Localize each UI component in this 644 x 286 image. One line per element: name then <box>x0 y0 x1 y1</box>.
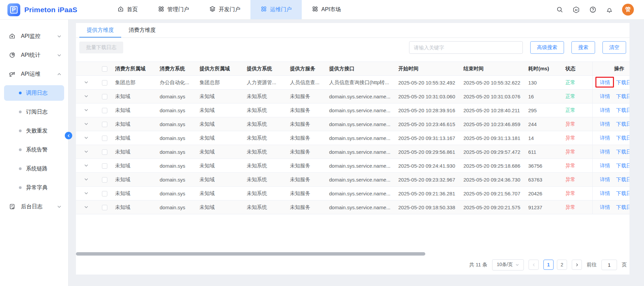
row-expand-chevron-icon[interactable] <box>84 205 88 209</box>
page-size-select[interactable]: 10条/页 <box>492 259 524 270</box>
cell-consumer-domain: 未知域 <box>113 159 158 173</box>
detail-link[interactable]: 详情 <box>600 149 610 154</box>
download-log-link[interactable]: 下载日志 <box>616 135 630 141</box>
tab-consumer-dimension[interactable]: 消费方维度 <box>121 23 163 38</box>
row-expand-chevron-icon[interactable] <box>84 80 88 85</box>
cell-provider-domain: 未知域 <box>197 90 245 103</box>
cell-provider-system: 未知系统 <box>245 200 288 214</box>
cell-consumer-system: domain.sys <box>158 131 197 145</box>
row-checkbox[interactable] <box>102 149 107 155</box>
nav-item-dev-portal[interactable]: 开发门户 <box>199 0 250 19</box>
cell-consumer-system: domain.sys <box>158 173 197 187</box>
detail-link[interactable]: 详情 <box>600 93 610 99</box>
row-expand-chevron-icon[interactable] <box>84 191 88 195</box>
row-checkbox[interactable] <box>102 191 107 196</box>
sidebar-subitem-exception-dict[interactable]: 异常字典 <box>4 180 64 195</box>
download-log-link[interactable]: 下载日志 <box>616 107 630 113</box>
sidebar-item-api-stats[interactable]: API统计 <box>0 47 68 63</box>
nav-item-label: API市场 <box>321 6 341 13</box>
sidebar-subitem-subscribe-log[interactable]: 订阅日志 <box>4 104 64 120</box>
column-header-actions: 操作 <box>592 62 629 76</box>
search-icon[interactable] <box>556 6 563 14</box>
detail-link[interactable]: 详情 <box>600 79 610 85</box>
cell-consumer-domain: 未知域 <box>113 200 158 214</box>
row-expand-chevron-icon[interactable] <box>84 163 88 168</box>
page-button[interactable]: 2 <box>557 260 567 270</box>
detail-link[interactable]: 详情 <box>600 135 610 141</box>
nav-item-api-market[interactable]: API市场 <box>302 0 351 19</box>
download-log-link[interactable]: 下载日志 <box>616 163 630 168</box>
nav-item-ops-portal[interactable]: 运维门户 <box>250 0 302 19</box>
brand-name: Primeton iPaaS <box>24 6 77 14</box>
sidebar-subitem-system-trace[interactable]: 系统链路 <box>4 161 64 176</box>
keyword-search-input[interactable] <box>409 41 523 54</box>
user-avatar[interactable]: 管 <box>622 4 634 16</box>
row-checkbox[interactable] <box>102 177 107 183</box>
row-checkbox[interactable] <box>102 80 107 86</box>
row-expand-chevron-icon[interactable] <box>84 108 88 112</box>
cell-start-time: 2025-05-20 10:28:39.916 <box>396 103 461 117</box>
row-checkbox[interactable] <box>102 205 107 210</box>
detail-link[interactable]: 详情 <box>600 121 610 127</box>
sidebar-subitem-system-alert[interactable]: 系统告警 <box>4 142 64 158</box>
page-button[interactable]: 1 <box>543 260 554 270</box>
advanced-search-button[interactable]: 高级搜索 <box>530 41 564 54</box>
download-log-link[interactable]: 下载日志 <box>616 190 630 196</box>
tab-provider-dimension[interactable]: 提供方维度 <box>79 23 121 38</box>
row-checkbox[interactable] <box>102 108 107 113</box>
select-all-checkbox[interactable] <box>102 66 107 72</box>
row-expand-chevron-icon[interactable] <box>84 177 88 182</box>
horizontal-scrollbar-thumb[interactable] <box>76 252 425 256</box>
cell-start-time: 2025-05-20 10:23:46.615 <box>396 117 461 131</box>
status-badge: 异常 <box>565 135 575 141</box>
cell-consumer-system: domain.sys <box>158 200 197 214</box>
row-checkbox[interactable] <box>102 94 107 99</box>
nav-item-home[interactable]: 首页 <box>107 0 148 19</box>
sidebar-subitem-fail-retry[interactable]: 失败重发 <box>4 123 64 139</box>
row-expand-chevron-icon[interactable] <box>84 94 88 98</box>
row-expand-chevron-icon[interactable] <box>84 136 88 140</box>
download-log-link[interactable]: 下载日志 <box>616 121 630 127</box>
row-expand-chevron-icon[interactable] <box>84 149 88 154</box>
cell-provider-api: domain.sys.service.name... <box>327 131 396 145</box>
chevron-down-icon <box>515 263 519 267</box>
notification-bell-icon[interactable] <box>606 6 613 14</box>
table-empty-space <box>76 214 629 252</box>
row-expand-chevron-icon[interactable] <box>84 122 88 126</box>
detail-link[interactable]: 详情 <box>600 176 610 182</box>
download-log-link[interactable]: 下载日志 <box>616 204 630 210</box>
cell-provider-domain: 集团总部 <box>197 76 245 90</box>
table-row: 集团总部 办公自动化... 集团总部 人力资源管... 人员信息查... 人员信… <box>76 76 629 90</box>
detail-link[interactable]: 详情 <box>600 190 610 196</box>
row-checkbox[interactable] <box>102 136 107 141</box>
help-icon[interactable] <box>589 6 596 14</box>
cell-consumer-system: domain.sys <box>158 187 197 200</box>
row-checkbox[interactable] <box>102 122 107 127</box>
sidebar-subitem-call-log[interactable]: 调用日志 <box>4 85 64 101</box>
detail-link[interactable]: 详情 <box>600 107 610 113</box>
download-log-link[interactable]: 下载日志 <box>616 149 630 154</box>
detail-link[interactable]: 详情 <box>600 163 610 168</box>
detail-link[interactable]: 详情 <box>600 204 610 210</box>
table-row: 未知域 domain.sys 未知域 未知系统 未知服务 domain.sys.… <box>76 145 629 159</box>
table-row: 未知域 domain.sys 未知域 未知系统 未知服务 domain.sys.… <box>76 117 629 131</box>
download-log-link[interactable]: 下载日志 <box>616 79 630 85</box>
ai-assistant-icon[interactable]: AI <box>572 6 580 14</box>
sidebar-item-api-ops[interactable]: API运维 <box>0 66 68 82</box>
next-page-button[interactable] <box>572 260 582 270</box>
svg-text:AI: AI <box>575 8 578 11</box>
clear-button[interactable]: 清空 <box>602 41 626 54</box>
download-log-link[interactable]: 下载日志 <box>616 176 630 182</box>
row-checkbox[interactable] <box>102 163 107 169</box>
search-button[interactable]: 搜索 <box>571 41 595 54</box>
table-row: 未知域 domain.sys 未知域 未知系统 未知服务 domain.sys.… <box>76 173 629 187</box>
sidebar-item-api-monitor[interactable]: API监控 <box>0 28 68 44</box>
nav-item-admin-portal[interactable]: 管理门户 <box>148 0 199 19</box>
prev-page-button[interactable] <box>529 260 539 270</box>
batch-download-button[interactable]: 批量下载日志 <box>79 42 123 53</box>
download-log-link[interactable]: 下载日志 <box>616 93 630 99</box>
goto-page-input[interactable] <box>601 260 617 270</box>
cell-provider-domain: 未知域 <box>197 159 245 173</box>
sidebar-collapse-button[interactable] <box>65 132 72 139</box>
sidebar-item-backend-log[interactable]: 后台日志 <box>0 199 68 214</box>
